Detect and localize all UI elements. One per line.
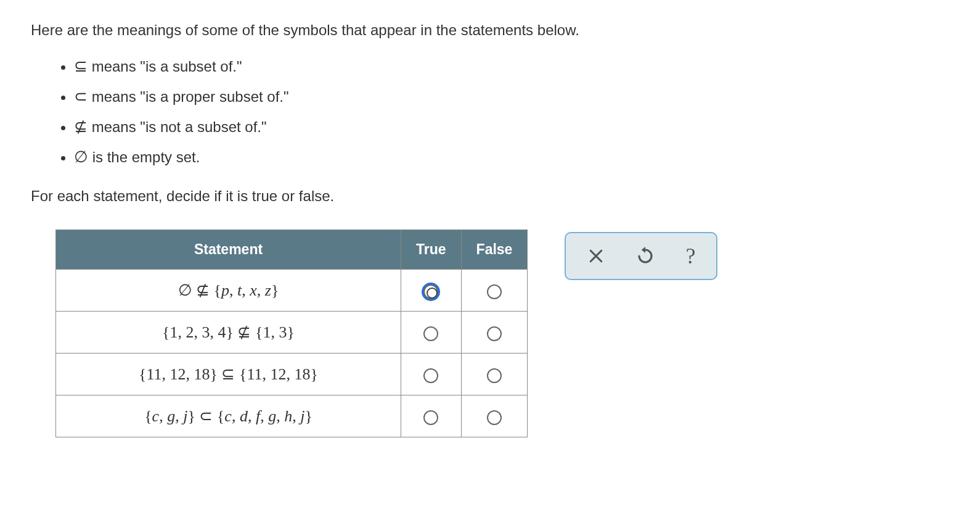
table-row: {11, 12, 18} ⊆ {11, 12, 18} xyxy=(56,354,528,395)
radio-false[interactable] xyxy=(487,284,502,299)
definition-text: means "is not a subset of." xyxy=(88,118,267,135)
empty-set-symbol: ∅ xyxy=(74,148,88,166)
definitions-list: ⊆ means "is a subset of." ⊂ means "is a … xyxy=(31,54,949,169)
help-button[interactable]: ? xyxy=(685,243,695,269)
proper-subset-symbol: ⊂ xyxy=(74,88,88,105)
table-row: {1, 2, 3, 4} ⊈ {1, 3} xyxy=(56,312,528,354)
statement-cell: {c, g, j} ⊂ {c, d, f, g, h, j} xyxy=(56,395,401,437)
undo-button[interactable] xyxy=(636,247,655,265)
header-true: True xyxy=(401,230,462,270)
close-icon xyxy=(587,247,605,265)
table-row: ∅ ⊈ {p, t, x, z} xyxy=(56,270,528,312)
radio-true[interactable] xyxy=(423,368,438,383)
definition-item: ∅ is the empty set. xyxy=(74,145,949,169)
statement-cell: {11, 12, 18} ⊆ {11, 12, 18} xyxy=(56,354,401,395)
close-button[interactable] xyxy=(587,247,605,265)
intro-text: Here are the meanings of some of the sym… xyxy=(31,19,949,42)
definition-item: ⊈ means "is not a subset of." xyxy=(74,115,949,139)
statement-cell: {1, 2, 3, 4} ⊈ {1, 3} xyxy=(56,312,401,354)
header-statement: Statement xyxy=(56,230,401,270)
table-row: {c, g, j} ⊂ {c, d, f, g, h, j} xyxy=(56,395,528,437)
statements-table: Statement True False ∅ ⊈ {p, t, x, z} {1… xyxy=(55,230,528,437)
radio-false[interactable] xyxy=(487,410,502,425)
radio-true[interactable] xyxy=(423,326,438,341)
not-subset-symbol: ⊈ xyxy=(74,118,88,136)
radio-true[interactable] xyxy=(423,284,438,299)
statement-cell: ∅ ⊈ {p, t, x, z} xyxy=(56,270,401,312)
toolbar: ? xyxy=(565,232,717,280)
radio-false[interactable] xyxy=(487,368,502,383)
definition-text: means "is a subset of." xyxy=(88,58,242,75)
radio-false[interactable] xyxy=(487,326,502,341)
undo-icon xyxy=(636,247,655,265)
header-false: False xyxy=(461,230,528,270)
definition-item: ⊂ means "is a proper subset of." xyxy=(74,85,949,109)
definition-item: ⊆ means "is a subset of." xyxy=(74,54,949,78)
instruction-text: For each statement, decide if it is true… xyxy=(31,188,949,205)
definition-text: is the empty set. xyxy=(88,149,200,165)
subset-symbol: ⊆ xyxy=(74,57,88,75)
help-icon: ? xyxy=(685,243,695,269)
radio-true[interactable] xyxy=(423,410,438,425)
definition-text: means "is a proper subset of." xyxy=(88,88,289,105)
